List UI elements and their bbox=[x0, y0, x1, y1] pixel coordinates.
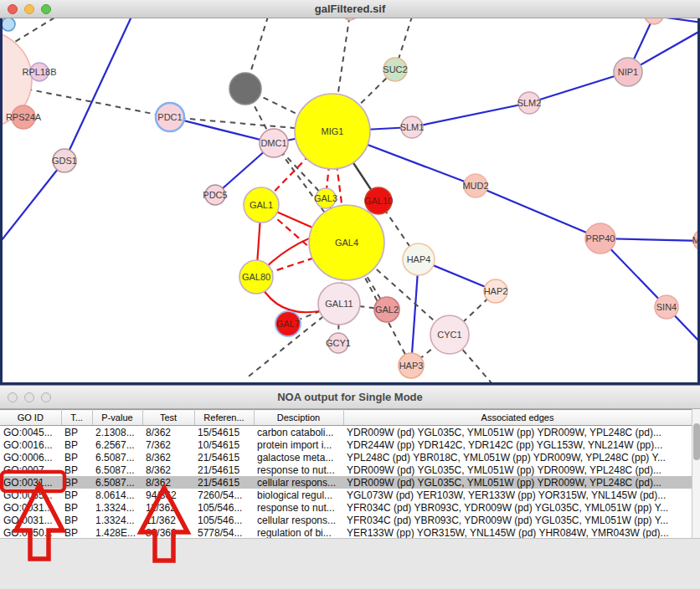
node-label-RPL18B: RPL18B bbox=[23, 67, 57, 77]
node-label-RPS24A: RPS24A bbox=[6, 112, 42, 122]
table-scrollbar[interactable] bbox=[692, 409, 700, 538]
cell-test[interactable]: 11/362 bbox=[142, 514, 194, 526]
table-row[interactable]: GO:0045...BP2.1308...8/36215/54615carbon… bbox=[0, 426, 692, 439]
node-gray-node[interactable] bbox=[229, 73, 261, 105]
cell-description[interactable]: protein import i... bbox=[254, 438, 343, 451]
cell-type[interactable]: BP bbox=[61, 514, 92, 526]
graph-window-titlebar[interactable]: galFiltered.sif bbox=[0, 0, 700, 18]
column-header-edges[interactable]: Associated edges bbox=[343, 410, 692, 426]
table-row[interactable]: GO:0007...BP6.5087...8/36221/54615respon… bbox=[0, 464, 692, 476]
cell-reference[interactable]: 21/54615 bbox=[194, 464, 254, 476]
cell-p_value[interactable]: 8.0614... bbox=[92, 489, 142, 501]
column-header-description[interactable]: Desciption bbox=[254, 410, 343, 426]
close-button[interactable] bbox=[8, 4, 18, 14]
cell-test[interactable]: 8/362 bbox=[142, 476, 194, 489]
cell-description[interactable]: cellular respons... bbox=[254, 476, 343, 489]
cell-go_id[interactable]: GO:0031... bbox=[0, 501, 61, 514]
cell-edges[interactable]: YDR009W (pd) YGL035C, YML051W (pp) YDR00… bbox=[343, 426, 692, 439]
cell-reference[interactable]: 7260/54... bbox=[194, 489, 254, 501]
column-header-go_id[interactable]: GO ID bbox=[0, 410, 61, 426]
cell-test[interactable]: 8/362 bbox=[142, 426, 194, 439]
cell-reference[interactable]: 10/54615 bbox=[194, 438, 254, 451]
close-button[interactable] bbox=[8, 392, 18, 402]
cell-p_value[interactable]: 6.2567... bbox=[92, 438, 142, 451]
cell-description[interactable]: carbon cataboli... bbox=[254, 426, 343, 439]
table-row[interactable]: GO:0016...BP6.2567...7/36210/54615protei… bbox=[0, 438, 692, 451]
noa-window-titlebar[interactable]: NOA output for Single Mode bbox=[0, 386, 700, 409]
cell-description[interactable]: galactose meta... bbox=[254, 451, 343, 464]
cell-description[interactable]: regulation of bi... bbox=[254, 526, 343, 539]
scrollbar-thumb[interactable] bbox=[693, 423, 700, 460]
column-header-p_value[interactable]: P-value bbox=[92, 410, 142, 426]
cell-type[interactable]: BP bbox=[61, 526, 92, 539]
cell-edges[interactable]: YDR244W (pp) YDR142C, YDR142C (pp) YGL15… bbox=[343, 438, 692, 451]
cell-reference[interactable]: 21/54615 bbox=[194, 476, 254, 489]
cell-reference[interactable]: 15/54615 bbox=[194, 426, 254, 439]
node-label-SLM1: SLM1 bbox=[400, 122, 425, 132]
cell-go_id[interactable]: GO:0031... bbox=[0, 514, 61, 526]
table-row[interactable]: GO:0065...BP8.0614...94/3627260/54...bio… bbox=[0, 489, 692, 501]
table-row[interactable]: GO:0006...BP6.5087...8/36221/54615galact… bbox=[0, 451, 692, 464]
cell-test[interactable]: 94/362 bbox=[142, 489, 194, 501]
cell-description[interactable]: response to nut... bbox=[254, 464, 343, 476]
cell-type[interactable]: BP bbox=[61, 464, 92, 476]
cell-p_value[interactable]: 1.3324... bbox=[92, 514, 142, 526]
cell-p_value[interactable]: 2.1308... bbox=[92, 426, 142, 439]
cell-go_id[interactable]: GO:0045... bbox=[0, 426, 61, 439]
node-label-GDS1: GDS1 bbox=[52, 156, 77, 166]
cell-test[interactable]: 8/362 bbox=[142, 451, 194, 464]
cell-go_id[interactable]: GO:0006... bbox=[0, 451, 61, 464]
cell-p_value[interactable]: 1.3324... bbox=[92, 501, 142, 514]
cell-go_id[interactable]: GO:0050... bbox=[0, 526, 61, 539]
cell-reference[interactable]: 5778/54... bbox=[194, 526, 254, 539]
zoom-button[interactable] bbox=[41, 392, 51, 402]
cell-edges[interactable]: YFR034C (pd) YBR093C, YDR009W (pd) YGL03… bbox=[343, 514, 692, 526]
cell-type[interactable]: BP bbox=[61, 451, 92, 464]
cell-reference[interactable]: 21/54615 bbox=[194, 451, 254, 464]
cell-test[interactable]: 7/362 bbox=[142, 438, 194, 451]
cell-reference[interactable]: 105/546... bbox=[194, 501, 254, 514]
minimize-button[interactable] bbox=[24, 392, 34, 402]
cell-edges[interactable]: YGL073W (pd) YER103W, YER133W (pp) YOR31… bbox=[343, 489, 692, 501]
cell-edges[interactable]: YPL248C (pd) YBR018C, YML051W (pp) YDR00… bbox=[343, 451, 692, 464]
cell-go_id[interactable]: GO:0031... bbox=[0, 476, 61, 489]
node-top-left-node[interactable] bbox=[2, 18, 15, 31]
minimize-button[interactable] bbox=[24, 4, 34, 14]
cell-go_id[interactable]: GO:0007... bbox=[0, 464, 61, 476]
cell-test[interactable]: 11/362 bbox=[142, 501, 194, 514]
cell-description[interactable]: cellular respons... bbox=[254, 514, 343, 526]
cell-p_value[interactable]: 6.5087... bbox=[92, 451, 142, 464]
cell-type[interactable]: BP bbox=[61, 501, 92, 514]
cell-p_value[interactable]: 1.428E... bbox=[92, 526, 142, 539]
table-row[interactable]: GO:0031...BP6.5087...8/36221/54615cellul… bbox=[0, 476, 692, 489]
cell-type[interactable]: BP bbox=[61, 426, 92, 439]
cell-description[interactable]: biological regul... bbox=[254, 489, 343, 501]
cell-edges[interactable]: YDR009W (pd) YGL035C, YML051W (pp) YDR00… bbox=[343, 476, 692, 489]
table-row[interactable]: GO:0031...BP1.3324...11/362105/546...res… bbox=[0, 501, 692, 514]
node-label-GAL11: GAL11 bbox=[325, 299, 353, 309]
cell-type[interactable]: BP bbox=[61, 476, 92, 489]
zoom-button[interactable] bbox=[41, 4, 51, 14]
cell-p_value[interactable]: 6.5087... bbox=[92, 476, 142, 489]
cell-go_id[interactable]: GO:0016... bbox=[0, 438, 61, 451]
cell-go_id[interactable]: GO:0065... bbox=[0, 489, 61, 501]
network-canvas[interactable]: RPL18BRPS24AGDS1PDC1PDC5DMC1MIG1SLM1SLM2… bbox=[0, 0, 700, 385]
node-label-GAL80: GAL80 bbox=[242, 272, 270, 282]
node-label-GCY1: GCY1 bbox=[326, 338, 351, 348]
cell-edges[interactable]: YDR009W (pd) YGL035C, YML051W (pp) YDR00… bbox=[343, 464, 692, 476]
column-header-reference[interactable]: Referen... bbox=[194, 410, 254, 426]
table-row[interactable]: GO:0050...BP1.428E...80/3625778/54...reg… bbox=[0, 526, 692, 539]
cell-edges[interactable]: YFR034C (pd) YBR093C, YDR009W (pd) YGL03… bbox=[343, 501, 692, 514]
cell-type[interactable]: BP bbox=[61, 489, 92, 501]
cell-description[interactable]: response to nut... bbox=[254, 501, 343, 514]
column-header-test[interactable]: Test bbox=[142, 410, 194, 426]
table-row[interactable]: GO:0031...BP1.3324...11/362105/546...cel… bbox=[0, 514, 692, 526]
node-label-MIG1: MIG1 bbox=[322, 126, 344, 136]
cell-p_value[interactable]: 6.5087... bbox=[92, 464, 142, 476]
column-header-type[interactable]: T... bbox=[61, 410, 92, 426]
cell-test[interactable]: 80/362 bbox=[142, 526, 194, 539]
cell-type[interactable]: BP bbox=[61, 438, 92, 451]
cell-reference[interactable]: 105/546... bbox=[194, 514, 254, 526]
cell-test[interactable]: 8/362 bbox=[142, 464, 194, 476]
cell-edges[interactable]: YER133W (pp) YOR315W, YNL145W (pd) YHR08… bbox=[343, 526, 692, 539]
